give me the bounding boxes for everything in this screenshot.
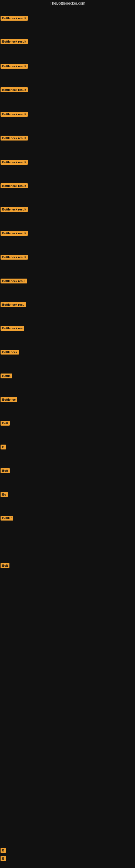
bottleneck-badge-last[interactable]: B <box>1 856 6 861</box>
badge-container-16: Bottlenec <box>1 397 17 402</box>
badge-container-23: Bolt <box>1 563 9 568</box>
bottleneck-badge-7[interactable]: Bottleneck result <box>1 183 28 188</box>
badge-container-1: Bottleneck result <box>1 39 28 44</box>
bottleneck-badge-14[interactable]: Bottleneck <box>1 350 19 354</box>
bottleneck-badge-8[interactable]: Bottleneck result <box>1 207 28 212</box>
badge-container-3: Bottleneck result <box>1 87 28 92</box>
bottleneck-badge-15[interactable]: Bottle <box>1 373 12 378</box>
badge-container-2: Bottleneck result <box>1 63 28 69</box>
badge-container-15: Bottle <box>1 373 12 378</box>
badge-container-13: Bottleneck res <box>1 326 24 331</box>
badge-container-18: B <box>1 444 6 450</box>
bottleneck-badge-3[interactable]: Bottleneck result <box>1 87 28 92</box>
bottleneck-badge-6[interactable]: Bottleneck result <box>1 160 28 165</box>
badge-container-20: Bo <box>1 492 8 497</box>
bottleneck-badge-18[interactable]: B <box>1 444 6 450</box>
badge-container-14: Bottleneck <box>1 349 19 354</box>
bottleneck-badge-0[interactable]: Bottleneck result <box>1 16 28 21</box>
badge-container-0: Bottleneck result <box>1 16 28 21</box>
bottleneck-badge-20[interactable]: Bo <box>1 492 8 497</box>
badge-container-10: Bottleneck result <box>1 254 28 259</box>
bottleneck-badge-4[interactable]: Bottleneck result <box>1 112 28 117</box>
bottleneck-badge-35[interactable]: B <box>1 848 6 853</box>
badge-container-7: Bottleneck result <box>1 183 28 188</box>
bottleneck-badge-1[interactable]: Bottleneck result <box>1 39 28 44</box>
badge-container-35: B <box>1 848 6 853</box>
bottleneck-badge-11[interactable]: Bottleneck resul <box>1 279 27 283</box>
bottleneck-badge-23[interactable]: Bolt <box>1 563 9 568</box>
badge-container-4: Bottleneck result <box>1 112 28 117</box>
bottleneck-badge-9[interactable]: Bottleneck result <box>1 231 28 236</box>
bottleneck-badge-19[interactable]: Bott <box>1 468 10 473</box>
badge-container-11: Bottleneck resul <box>1 278 27 283</box>
bottleneck-badge-2[interactable]: Bottleneck result <box>1 64 28 69</box>
badge-container-8: Bottleneck result <box>1 207 28 212</box>
badge-container-6: Bottleneck result <box>1 159 28 165</box>
badge-container-17: Bott <box>1 421 10 426</box>
badge-container-12: Bottleneck resu <box>1 302 26 307</box>
badge-container-19: Bott <box>1 468 10 473</box>
bottleneck-badge-17[interactable]: Bott <box>1 421 10 426</box>
bottleneck-badge-12[interactable]: Bottleneck resu <box>1 302 26 307</box>
bottleneck-badge-10[interactable]: Bottleneck result <box>1 255 28 259</box>
badge-container-last: B <box>1 856 6 861</box>
badge-container-5: Bottleneck result <box>1 135 28 141</box>
bottleneck-badge-5[interactable]: Bottleneck result <box>1 135 28 141</box>
bottleneck-badge-16[interactable]: Bottlenec <box>1 397 17 402</box>
site-title: TheBottlenecker.com <box>0 0 135 6</box>
bottleneck-badge-13[interactable]: Bottleneck res <box>1 326 24 331</box>
badge-container-9: Bottleneck result <box>1 230 28 236</box>
badge-container-21: Bottler <box>1 516 13 521</box>
bottleneck-badge-21[interactable]: Bottler <box>1 516 13 521</box>
